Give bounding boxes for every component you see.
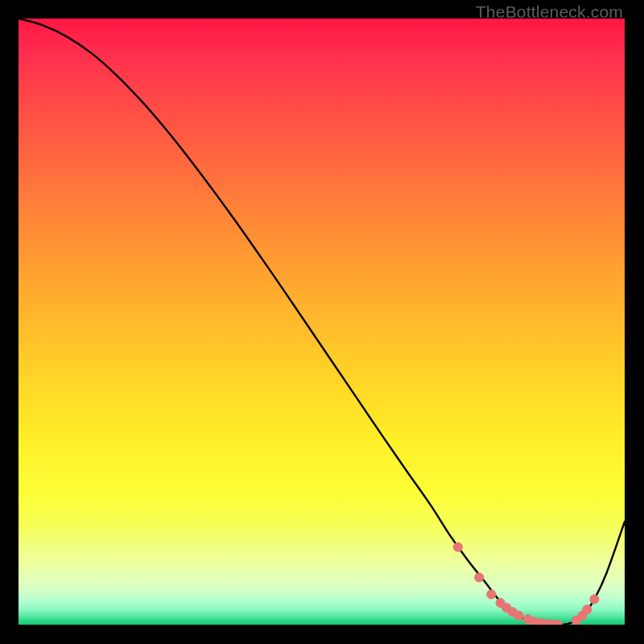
marker-dot (475, 573, 484, 582)
bottleneck-curve (19, 19, 625, 625)
marker-dot (487, 590, 496, 599)
plot-area (19, 19, 625, 625)
chart-stage: TheBottleneck.com (0, 0, 644, 644)
marker-dot (583, 605, 592, 614)
watermark-text: TheBottleneck.com (476, 2, 623, 22)
curve-layer (19, 19, 625, 625)
marker-dot (514, 611, 523, 620)
marker-dot (453, 543, 462, 551)
marker-group (453, 543, 599, 625)
marker-dot (590, 595, 599, 604)
